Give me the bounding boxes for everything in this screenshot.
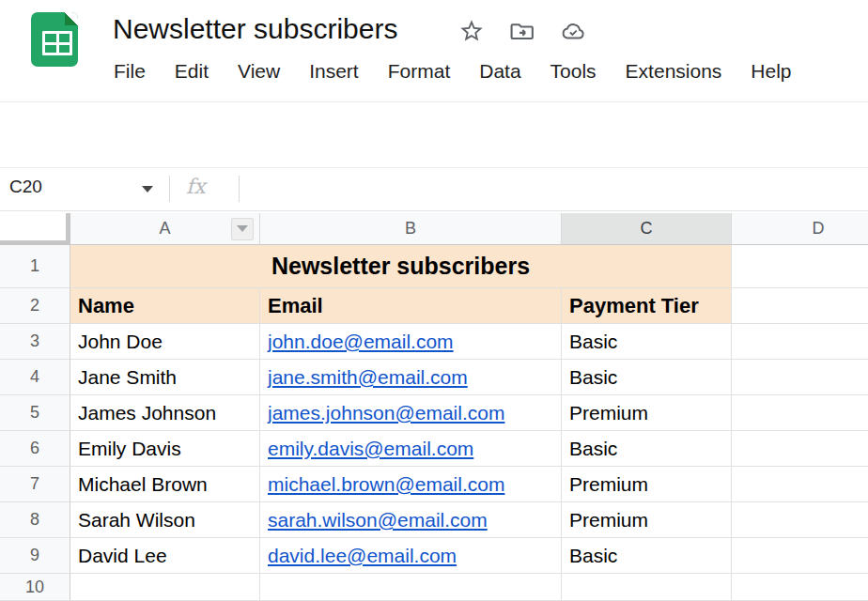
cell-name[interactable]: John Doe (70, 324, 260, 360)
cell-empty[interactable] (732, 467, 868, 502)
name-box[interactable]: C20 (9, 177, 42, 197)
sheet-row-4: 4 Jane Smith jane.smith@email.com Basic (0, 360, 868, 395)
cell-empty[interactable] (732, 395, 868, 431)
email-link[interactable]: jane.smith@email.com (268, 366, 468, 389)
menu-insert[interactable]: Insert (309, 60, 359, 83)
fx-icon: fx (186, 175, 206, 198)
cell-tier[interactable]: Basic (562, 431, 732, 467)
email-link[interactable]: michael.brown@email.com (268, 473, 504, 496)
menu-format[interactable]: Format (388, 60, 451, 83)
cell-empty[interactable] (732, 324, 868, 360)
menu-tools[interactable]: Tools (550, 60, 597, 83)
column-header-row: A B C D (0, 213, 868, 245)
cell-email[interactable]: david.lee@email.com (260, 538, 562, 574)
cell-email[interactable]: emily.davis@email.com (260, 431, 562, 467)
sheet-row-8: 8 Sarah Wilson sarah.wilson@email.com Pr… (0, 502, 868, 538)
cell-email[interactable]: sarah.wilson@email.com (260, 502, 562, 538)
cell-email[interactable]: jane.smith@email.com (260, 360, 562, 395)
row-header-3[interactable]: 3 (0, 324, 70, 360)
cell-name[interactable]: Sarah Wilson (70, 502, 260, 538)
cell-empty[interactable] (732, 431, 868, 467)
cell-tier[interactable]: Premium (562, 467, 732, 502)
column-header-b[interactable]: B (260, 213, 562, 245)
cell-email[interactable]: michael.brown@email.com (260, 467, 562, 502)
cell-d2[interactable] (732, 288, 868, 324)
cell-tier[interactable]: Premium (562, 502, 732, 538)
sheet-row-5: 5 James Johnson james.johnson@email.com … (0, 395, 868, 431)
email-link[interactable]: john.doe@email.com (268, 331, 454, 353)
cell-name[interactable]: James Johnson (70, 395, 260, 431)
column-header-c-selected[interactable]: C (562, 213, 732, 245)
formula-bar-separator (239, 176, 240, 202)
column-header-d[interactable]: D (732, 213, 868, 245)
sheet-row-6: 6 Emily Davis emily.davis@email.com Basi… (0, 431, 868, 467)
row-header-10[interactable]: 10 (0, 574, 70, 601)
menu-bar: File Edit View Insert Format Data Tools … (114, 60, 792, 83)
row-header-8[interactable]: 8 (0, 502, 70, 538)
row-header-6[interactable]: 6 (0, 431, 70, 467)
email-link[interactable]: emily.davis@email.com (268, 438, 473, 460)
cell-name[interactable]: Michael Brown (70, 467, 260, 502)
formula-bar: C20 fx (0, 167, 868, 211)
sheets-logo-icon[interactable] (31, 12, 78, 67)
cell-email[interactable]: john.doe@email.com (260, 324, 562, 360)
cell-tier[interactable]: Premium (562, 395, 732, 431)
cell-empty[interactable] (260, 574, 562, 601)
document-title[interactable]: Newsletter subscribers (113, 13, 397, 45)
cell-c2-header-tier[interactable]: Payment Tier (562, 288, 732, 324)
cell-b2-header-email[interactable]: Email (260, 288, 562, 324)
row-header-5[interactable]: 5 (0, 395, 70, 431)
cell-empty[interactable] (732, 502, 868, 538)
sheet-row-10: 10 (0, 574, 868, 601)
row-header-1[interactable]: 1 (0, 245, 70, 288)
google-sheets-app: { "app": { "title": "Newsletter subscrib… (0, 0, 868, 601)
menu-help[interactable]: Help (751, 60, 791, 83)
formula-bar-separator (169, 176, 170, 202)
select-all-corner[interactable] (0, 213, 70, 245)
email-link[interactable]: david.lee@email.com (268, 545, 457, 567)
cell-a2-header-name[interactable]: Name (70, 288, 260, 324)
toolbar: 100% $ % .0← .00→ 123 Default (Ari… 10 (0, 102, 868, 166)
cell-empty[interactable] (732, 360, 868, 395)
cell-name[interactable]: Emily Davis (70, 431, 260, 467)
sheet-row-9: 9 David Lee david.lee@email.com Basic (0, 538, 868, 574)
email-link[interactable]: james.johnson@email.com (268, 402, 504, 424)
cell-empty[interactable] (70, 574, 260, 601)
sheets-logo-fold (65, 12, 78, 25)
sheet-row-7: 7 Michael Brown michael.brown@email.com … (0, 467, 868, 502)
sheet-row-2: 2 Name Email Payment Tier (0, 288, 868, 324)
cell-tier[interactable]: Basic (562, 324, 732, 360)
cell-empty[interactable] (562, 574, 732, 601)
sheet-row-1: 1 Newsletter subscribers (0, 245, 868, 288)
cell-a1-title-merged[interactable]: Newsletter subscribers (70, 245, 732, 288)
cell-name[interactable]: Jane Smith (70, 360, 260, 395)
row-header-2[interactable]: 2 (0, 288, 70, 324)
cell-tier[interactable]: Basic (562, 360, 732, 395)
cell-email[interactable]: james.johnson@email.com (260, 395, 562, 431)
menu-view[interactable]: View (238, 60, 280, 83)
spreadsheet-grid: A B C D 1 Newsletter subscribers 2 Name … (0, 213, 868, 601)
name-box-caret-icon[interactable] (142, 186, 153, 193)
cell-name[interactable]: David Lee (70, 538, 260, 574)
menu-file[interactable]: File (114, 60, 146, 83)
cell-empty[interactable] (732, 574, 868, 601)
email-link[interactable]: sarah.wilson@email.com (268, 509, 488, 532)
chevron-down-icon (237, 225, 248, 232)
menu-edit[interactable]: Edit (175, 60, 209, 83)
cell-empty[interactable] (732, 538, 868, 574)
sheet-row-3: 3 John Doe john.doe@email.com Basic (0, 324, 868, 360)
cell-d1[interactable] (732, 245, 868, 288)
row-header-4[interactable]: 4 (0, 360, 70, 395)
row-header-9[interactable]: 9 (0, 538, 70, 574)
cell-tier[interactable]: Basic (562, 538, 732, 574)
column-a-dropdown-button[interactable] (231, 218, 254, 240)
menu-data[interactable]: Data (479, 60, 520, 83)
menu-extensions[interactable]: Extensions (626, 60, 722, 83)
star-icon[interactable] (458, 18, 485, 44)
sheets-logo-grid (42, 31, 72, 55)
cloud-check-icon[interactable] (560, 18, 586, 44)
move-folder-icon[interactable] (509, 18, 535, 44)
column-header-a[interactable]: A (70, 213, 260, 245)
row-header-7[interactable]: 7 (0, 467, 70, 502)
document-header: Newsletter subscribers File Edit View In… (0, 0, 868, 102)
